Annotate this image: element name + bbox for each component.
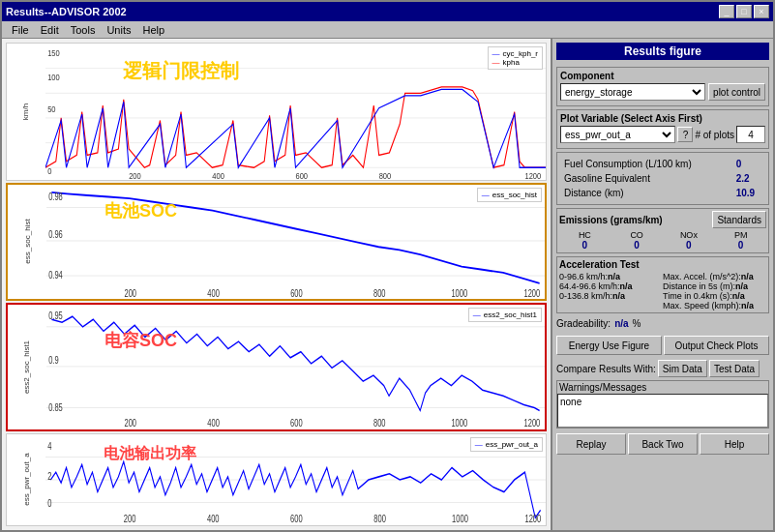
svg-text:200: 200 (124, 418, 136, 429)
accel-row2: 64.4-96.6 km/h:n/a Distance in 5s (m):n/… (559, 281, 766, 291)
num-plots-input[interactable] (736, 126, 765, 143)
replay-btn[interactable]: Replay (556, 433, 626, 455)
menu-help[interactable]: Help (136, 23, 170, 37)
svg-text:0.9: 0.9 (48, 354, 58, 366)
chart4-legend: —ess_pwr_out_a (470, 437, 543, 452)
co-label: CO (630, 230, 643, 240)
svg-text:1200: 1200 (524, 287, 541, 299)
svg-text:600: 600 (290, 512, 303, 524)
energy-btn-row: Energy Use Figure Output Check Plots (556, 336, 769, 355)
svg-text:1200: 1200 (524, 171, 541, 180)
distance-value: 10.9 (734, 187, 763, 199)
warnings-value: none (560, 397, 581, 407)
main-content: km/h (2, 39, 773, 530)
chart1-cn-label: 逻辑门限控制 (123, 58, 239, 84)
accel-6496-value: n/a (620, 281, 633, 291)
gasoline-row: Gasoline Equivalent 2.2 (562, 172, 763, 185)
emissions-grid: HC 0 CO 0 NOx 0 PM 0 (559, 230, 766, 251)
chart4-inner: 4 2 0 200 400 600 800 1000 1200 —ess_pwr… (45, 434, 546, 525)
chart1-legend: —cyc_kph_r —kpha (488, 46, 543, 70)
chart4: ess_pwr_out_a 4 2 0 (6, 433, 547, 526)
chart1-y-label: km/h (7, 44, 45, 180)
menu-edit[interactable]: Edit (35, 23, 65, 37)
accel-0136-col: 0-136.8 km/h:n/a (559, 291, 663, 301)
pm-label: PM (734, 230, 748, 240)
chart2-inner: 0.98 0.96 0.94 200 400 600 800 1000 1200… (46, 185, 545, 299)
gradeability-row: Gradeability: n/a % (556, 316, 769, 331)
emissions-label: Emissions (grams/km) (559, 215, 663, 225)
svg-text:1000: 1000 (452, 512, 468, 524)
menu-tools[interactable]: Tools (65, 23, 102, 37)
bottom-buttons: Replay Back Two Help (556, 431, 769, 457)
accel-col-right: Max. Accel. (m/s^2):n/a (663, 272, 766, 281)
test-data-btn[interactable]: Test Data (709, 360, 760, 377)
output-check-btn[interactable]: Output Check Plots (664, 336, 769, 355)
chart2-cn-label: 电池SOC (104, 199, 177, 222)
gradeability-value: n/a (614, 318, 628, 329)
emissions-header: Emissions (grams/km) Standards (559, 211, 766, 228)
close-btn[interactable]: × (754, 5, 769, 18)
svg-text:800: 800 (373, 418, 386, 429)
compare-label: Compare Results With: (556, 364, 656, 374)
main-window: Results--ADVISOR 2002 _ □ × File Edit To… (0, 0, 775, 532)
svg-text:400: 400 (207, 512, 220, 524)
svg-rect-28 (46, 305, 545, 429)
energy-use-btn[interactable]: Energy Use Figure (556, 336, 662, 355)
nox-label: NOx (680, 230, 698, 240)
component-section: Component energy_storage plot control (556, 67, 769, 106)
max-speed-value: n/a (741, 301, 754, 310)
svg-text:0.95: 0.95 (48, 310, 63, 322)
component-dropdown[interactable]: energy_storage (560, 83, 705, 101)
accel-section: Acceleration Test 0-96.6 km/h:n/a Max. A… (556, 256, 769, 313)
max-accel-value: n/a (741, 272, 754, 281)
menu-file[interactable]: File (6, 23, 35, 37)
gradeability-label: Gradeability: (556, 318, 611, 329)
svg-text:200: 200 (124, 287, 136, 299)
svg-text:800: 800 (379, 171, 392, 180)
minimize-btn[interactable]: _ (719, 5, 734, 18)
menu-units[interactable]: Units (101, 23, 136, 37)
svg-text:0.94: 0.94 (48, 269, 63, 281)
svg-text:0: 0 (47, 166, 52, 176)
warnings-label: Warnings/Messages (557, 381, 768, 394)
compare-row: Compare Results With: Sim Data Test Data (556, 360, 769, 377)
back-two-btn[interactable]: Back Two (628, 433, 698, 455)
svg-text:600: 600 (290, 418, 303, 429)
svg-text:150: 150 (47, 48, 60, 58)
dist-5s-col: Distance in 5s (m):n/a (663, 281, 766, 291)
maximize-btn[interactable]: □ (736, 5, 752, 18)
chart3-svg: 0.95 0.9 0.85 200 400 600 800 1000 1200 (46, 305, 545, 429)
plot-control-btn[interactable]: plot control (708, 83, 765, 101)
accel-6496-col: 64.4-96.6 km/h:n/a (559, 281, 663, 291)
chart3-cn-label: 电容SOC (104, 329, 177, 352)
chart3-inner: 0.95 0.9 0.85 200 400 600 800 1000 1200 … (46, 305, 545, 429)
co-col: CO 0 (611, 230, 663, 251)
plot-variable-dropdown[interactable]: ess_pwr_out_a (560, 126, 675, 143)
svg-text:2: 2 (47, 469, 51, 482)
chart3-legend: —ess2_soc_hist1 (468, 308, 542, 322)
component-label: Component (560, 71, 765, 81)
chart1-inner: 150 100 50 0 200 400 600 800 1200 (45, 44, 546, 180)
menu-bar: File Edit Tools Units Help (2, 21, 773, 39)
svg-text:800: 800 (373, 287, 386, 299)
svg-text:200: 200 (124, 512, 136, 524)
svg-text:0.96: 0.96 (48, 227, 63, 240)
warnings-content: none (557, 394, 768, 428)
svg-text:1000: 1000 (451, 287, 467, 299)
max-speed-right: Max. Speed (kmph):n/a (663, 301, 766, 310)
hc-label: HC (579, 230, 591, 240)
right-panel: Results figure Component energy_storage … (551, 39, 773, 530)
svg-text:400: 400 (207, 418, 220, 429)
help-btn[interactable]: Help (700, 433, 769, 455)
svg-text:200: 200 (129, 171, 141, 180)
question-btn[interactable]: ? (677, 127, 693, 142)
pm-value: 0 (738, 240, 744, 251)
accel-0136-value: n/a (612, 291, 625, 301)
window-controls: _ □ × (719, 5, 769, 18)
results-figure-title: Results figure (556, 43, 769, 60)
emissions-section: Emissions (grams/km) Standards HC 0 CO 0… (556, 208, 769, 253)
sim-data-btn[interactable]: Sim Data (658, 360, 707, 377)
stats-table: Fuel Consumption (L/100 km) 0 Gasoline E… (560, 156, 765, 201)
fuel-row: Fuel Consumption (L/100 km) 0 (562, 158, 763, 170)
standards-btn[interactable]: Standards (712, 211, 766, 228)
